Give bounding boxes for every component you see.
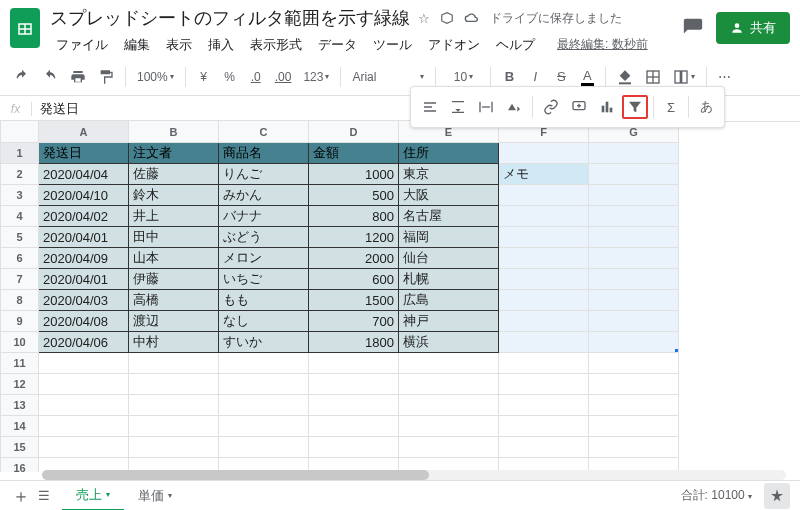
row-header[interactable]: 2 — [1, 164, 39, 185]
cell[interactable]: 田中 — [129, 227, 219, 248]
v-align-button[interactable] — [445, 95, 471, 119]
cell[interactable]: 2020/04/08 — [39, 311, 129, 332]
functions-icon[interactable]: Σ — [659, 96, 683, 119]
menu-item[interactable]: ツール — [367, 34, 418, 56]
cell[interactable] — [589, 185, 679, 206]
cell[interactable] — [499, 248, 589, 269]
row-header[interactable]: 14 — [1, 416, 39, 437]
cell[interactable] — [309, 437, 399, 458]
cell[interactable] — [499, 416, 589, 437]
row-header[interactable]: 1 — [1, 143, 39, 164]
currency-button[interactable]: ¥ — [193, 66, 215, 88]
italic-button[interactable]: I — [524, 65, 546, 88]
star-icon[interactable]: ☆ — [418, 11, 430, 26]
cell[interactable]: ぶどう — [219, 227, 309, 248]
cell[interactable]: 1800 — [309, 332, 399, 353]
all-sheets-button[interactable]: ☰ — [38, 488, 50, 503]
cell[interactable] — [499, 374, 589, 395]
column-header[interactable]: B — [129, 121, 219, 143]
rotate-text-button[interactable] — [501, 95, 527, 119]
cell[interactable] — [399, 353, 499, 374]
cell[interactable] — [589, 227, 679, 248]
menu-item[interactable]: ヘルプ — [490, 34, 541, 56]
sheet-tab-active[interactable]: 売上▾ — [62, 481, 124, 511]
comments-icon[interactable] — [682, 17, 704, 39]
cell[interactable]: 東京 — [399, 164, 499, 185]
cell[interactable] — [39, 374, 129, 395]
cell[interactable] — [589, 374, 679, 395]
cell[interactable]: 山本 — [129, 248, 219, 269]
cell[interactable]: 1000 — [309, 164, 399, 185]
cell[interactable]: 1500 — [309, 290, 399, 311]
cell[interactable] — [399, 395, 499, 416]
cell[interactable] — [309, 374, 399, 395]
cell[interactable]: 広島 — [399, 290, 499, 311]
menu-item[interactable]: ファイル — [50, 34, 114, 56]
cell[interactable]: 2020/04/06 — [39, 332, 129, 353]
cell[interactable]: 仙台 — [399, 248, 499, 269]
percent-button[interactable]: % — [219, 66, 241, 88]
cell[interactable]: 商品名 — [219, 143, 309, 164]
cell[interactable]: 井上 — [129, 206, 219, 227]
row-header[interactable]: 10 — [1, 332, 39, 353]
cell[interactable] — [499, 227, 589, 248]
row-header[interactable]: 11 — [1, 353, 39, 374]
cell[interactable] — [589, 206, 679, 227]
font-select[interactable]: Arial — [348, 66, 428, 88]
cell[interactable] — [39, 437, 129, 458]
menu-item[interactable]: データ — [312, 34, 363, 56]
cell[interactable]: 2020/04/04 — [39, 164, 129, 185]
cell[interactable] — [399, 416, 499, 437]
link-icon[interactable] — [538, 95, 564, 119]
cell[interactable]: バナナ — [219, 206, 309, 227]
cell[interactable] — [219, 353, 309, 374]
row-header[interactable]: 16 — [1, 458, 39, 473]
menu-item[interactable]: 挿入 — [202, 34, 240, 56]
cell[interactable]: 2020/04/09 — [39, 248, 129, 269]
print-icon[interactable] — [66, 65, 90, 89]
cell[interactable] — [499, 143, 589, 164]
h-scrollbar[interactable] — [42, 470, 786, 480]
cell[interactable]: 2020/04/02 — [39, 206, 129, 227]
input-locale-button[interactable]: あ — [694, 94, 718, 120]
merge-cells-button[interactable] — [669, 65, 699, 89]
cell[interactable]: 2020/04/01 — [39, 269, 129, 290]
cell[interactable] — [589, 311, 679, 332]
cell[interactable]: メロン — [219, 248, 309, 269]
cell[interactable] — [499, 395, 589, 416]
cell[interactable]: 800 — [309, 206, 399, 227]
row-header[interactable]: 15 — [1, 437, 39, 458]
cell[interactable]: なし — [219, 311, 309, 332]
cell[interactable]: 注文者 — [129, 143, 219, 164]
more-button[interactable]: ⋯ — [714, 65, 736, 88]
explore-button[interactable] — [764, 483, 790, 509]
cell[interactable]: 福岡 — [399, 227, 499, 248]
paint-format-icon[interactable] — [94, 65, 118, 89]
cell[interactable] — [499, 353, 589, 374]
cell[interactable] — [129, 374, 219, 395]
font-size-select[interactable]: 10 — [443, 66, 483, 88]
cell[interactable]: 伊藤 — [129, 269, 219, 290]
cell[interactable] — [589, 248, 679, 269]
cell[interactable]: 2000 — [309, 248, 399, 269]
row-header[interactable]: 12 — [1, 374, 39, 395]
row-header[interactable]: 4 — [1, 206, 39, 227]
doc-title[interactable]: スプレッドシートのフィルタ範囲を示す緑線 — [50, 6, 410, 30]
menu-item[interactable]: 表示 — [160, 34, 198, 56]
row-header[interactable]: 13 — [1, 395, 39, 416]
cell[interactable]: 2020/04/01 — [39, 227, 129, 248]
cell[interactable] — [219, 395, 309, 416]
cell[interactable] — [219, 374, 309, 395]
row-header[interactable]: 7 — [1, 269, 39, 290]
row-header[interactable]: 5 — [1, 227, 39, 248]
cell[interactable]: 600 — [309, 269, 399, 290]
cell[interactable]: いちご — [219, 269, 309, 290]
cell[interactable]: 1200 — [309, 227, 399, 248]
fill-color-button[interactable] — [613, 65, 637, 89]
sum-display[interactable]: 合計: 10100 ▾ — [681, 487, 752, 504]
cell[interactable]: 500 — [309, 185, 399, 206]
increase-decimal-button[interactable]: .00 — [271, 66, 296, 88]
cell[interactable] — [129, 437, 219, 458]
cell[interactable]: 住所 — [399, 143, 499, 164]
last-edit[interactable]: 最終編集: 数秒前 — [551, 34, 654, 56]
